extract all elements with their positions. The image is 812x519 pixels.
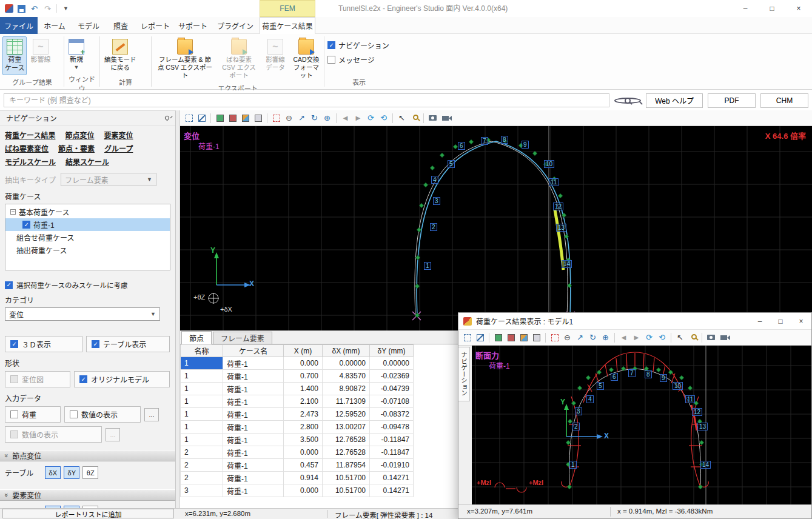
table-cell[interactable]: 12.76528	[323, 446, 370, 459]
table-row[interactable]: 2荷重-10.00012.76528-0.11847	[181, 446, 414, 459]
section-node-displacement[interactable]: » 節点変位	[0, 450, 175, 461]
table-cell[interactable]: 荷重-1	[223, 472, 284, 484]
pick-element-icon[interactable]: ↖	[674, 332, 686, 343]
table-cell[interactable]: 荷重-1	[223, 408, 284, 421]
table-cell[interactable]: 8.90872	[323, 383, 370, 395]
table-cell[interactable]: 荷重-1	[223, 357, 284, 370]
table-cell[interactable]: 2.473	[284, 408, 323, 421]
close-button[interactable]: ×	[785, 0, 812, 17]
zoom-window-icon[interactable]	[270, 112, 282, 124]
table-row[interactable]: 3荷重-10.00010.517000.14271	[181, 484, 414, 497]
table-row[interactable]: 1荷重-12.47312.59520-0.08372	[181, 408, 414, 421]
tab-frame-elements[interactable]: フレーム要素	[213, 332, 272, 344]
chm-button[interactable]: CHM	[760, 93, 808, 108]
view-back-icon[interactable]: ◄	[340, 112, 351, 124]
table-cell[interactable]: -0.11847	[370, 434, 414, 446]
table-cell[interactable]: 1	[181, 370, 223, 383]
subwindow-maximize-button[interactable]: □	[770, 313, 791, 329]
column-header[interactable]: δX (mm)	[323, 345, 370, 357]
results-table[interactable]: 名称 ケース名 X (m) δX (mm) δY (mm) 1荷重-10.000…	[180, 344, 414, 497]
save-icon[interactable]	[18, 5, 25, 13]
tree-expander-icon[interactable]	[10, 209, 16, 215]
render-solid-icon[interactable]	[492, 332, 504, 343]
table-cell[interactable]: -0.02369	[370, 370, 414, 383]
load-case-button[interactable]: 荷重 ケース	[2, 36, 27, 75]
find-icon[interactable]	[409, 112, 420, 124]
table-cell[interactable]: 荷重-1	[223, 434, 284, 446]
zoom-extents-icon[interactable]	[196, 112, 207, 124]
table-display-checkbox[interactable]: テーブル表示	[86, 336, 170, 352]
3d-display-checkbox[interactable]: ３Ｄ表示	[5, 336, 82, 352]
main-viewport[interactable]: 変位 荷重-1 X 64.6 倍率 Y X +θZ +δX 1234567891…	[180, 126, 812, 330]
scale-selected-case-checkbox[interactable]: 選択荷重ケースのみスケールに考慮	[0, 272, 175, 291]
table-cell[interactable]: -0.11847	[370, 446, 414, 459]
category-dropdown[interactable]: 変位▼	[5, 307, 160, 321]
column-header[interactable]: δY (mm)	[370, 345, 414, 357]
table-cell[interactable]: 10.51700	[323, 472, 370, 484]
tab-load-case-results[interactable]: 荷重ケース結果	[260, 17, 315, 34]
nav-link-group[interactable]: グループ	[104, 143, 133, 153]
record-icon[interactable]	[440, 112, 451, 124]
show-values-checkbox[interactable]: 数値の表示	[64, 406, 141, 423]
table-cell[interactable]: 2	[181, 446, 223, 459]
search-button[interactable]	[614, 98, 641, 104]
pdf-button[interactable]: PDF	[708, 93, 756, 108]
table-cell[interactable]: 12.59520	[323, 408, 370, 421]
tab-file[interactable]: ファイル	[0, 17, 38, 34]
new-window-button[interactable]: 新規 ▼	[66, 36, 87, 73]
table-cell[interactable]: 2	[181, 459, 223, 472]
table-cell[interactable]: -0.04739	[370, 383, 414, 395]
table-cell[interactable]: 0.000	[284, 484, 323, 497]
tab-plugin[interactable]: プラグイン	[211, 17, 260, 34]
rotate-view-icon[interactable]: ↻	[309, 112, 320, 124]
table-cell[interactable]: 1	[181, 357, 223, 370]
render-textured-icon[interactable]	[518, 332, 529, 343]
toggle-tz[interactable]: θZ	[82, 466, 98, 479]
navigation-checkbox[interactable]: ナビゲーション	[327, 40, 389, 50]
table-row[interactable]: 1荷重-11.4008.90872-0.04739	[181, 383, 414, 395]
table-cell[interactable]: 荷重-1	[223, 370, 284, 383]
tab-nodes[interactable]: 節点	[181, 331, 212, 344]
render-wireframe-icon[interactable]	[531, 332, 542, 343]
table-row[interactable]: 1荷重-12.80013.00207-0.09478	[181, 421, 414, 434]
pick-element-icon[interactable]: ↖	[396, 112, 408, 124]
zoom-window-icon[interactable]	[549, 332, 560, 343]
message-checkbox[interactable]: メッセージ	[327, 55, 375, 65]
values-options-button[interactable]: ...	[144, 408, 159, 421]
table-row[interactable]: 1荷重-12.10011.71309-0.07108	[181, 395, 414, 408]
table-cell[interactable]: 荷重-1	[223, 446, 284, 459]
table-cell[interactable]: 1	[181, 395, 223, 408]
refresh-all-icon[interactable]: ⟲	[656, 332, 668, 343]
table-cell[interactable]: 0.000	[284, 357, 323, 370]
table-cell[interactable]: 13.00207	[323, 421, 370, 434]
tree-item-base-load-case[interactable]: 基本荷重ケース	[5, 206, 170, 218]
table-cell[interactable]: 0.14271	[370, 484, 414, 497]
render-shaded-icon[interactable]	[505, 332, 517, 343]
back-to-edit-mode-button[interactable]: 編集モード に戻る	[102, 36, 139, 74]
load-checkbox[interactable]: 荷重	[5, 406, 61, 423]
render-solid-icon[interactable]	[214, 112, 226, 124]
table-cell[interactable]: -0.08372	[370, 408, 414, 421]
refresh-view-icon[interactable]: ⟳	[643, 332, 655, 343]
render-wireframe-icon[interactable]	[252, 112, 264, 124]
tab-check[interactable]: 照査	[106, 17, 136, 34]
table-cell[interactable]: 4.83570	[323, 370, 370, 383]
table-cell[interactable]: 0.000	[284, 446, 323, 459]
fem-context-tab[interactable]: FEM	[260, 0, 315, 17]
column-header[interactable]: X (m)	[284, 345, 323, 357]
refresh-view-icon[interactable]: ⟳	[365, 112, 377, 124]
zoom-extents-icon[interactable]	[474, 332, 486, 343]
subwindow-minimize-button[interactable]: –	[750, 313, 770, 329]
table-cell[interactable]: 3	[181, 484, 223, 497]
table-cell[interactable]: 荷重-1	[223, 395, 284, 408]
measure-icon[interactable]: ↗	[296, 112, 307, 124]
table-cell[interactable]: 0.914	[284, 472, 323, 484]
column-header[interactable]: 名称	[181, 345, 223, 357]
orbit-icon[interactable]: ⊕	[321, 112, 333, 124]
table-cell[interactable]: 0.00000	[323, 357, 370, 370]
table-cell[interactable]: 10.51700	[323, 484, 370, 497]
table-cell[interactable]: 1	[181, 421, 223, 434]
table-cell[interactable]: 2.100	[284, 395, 323, 408]
panel-splitter[interactable]	[176, 110, 180, 508]
toggle-dx[interactable]: δX	[45, 466, 61, 479]
